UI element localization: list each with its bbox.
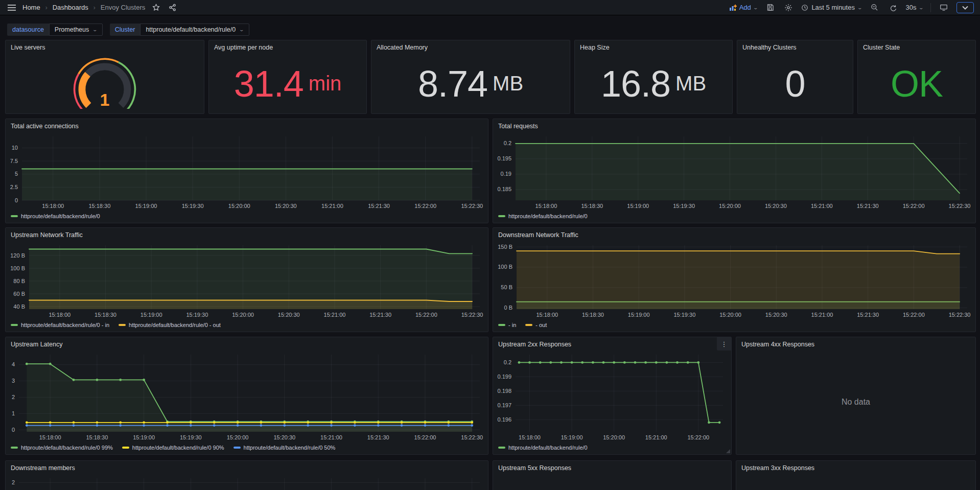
svg-text:15:21:00: 15:21:00 — [324, 312, 346, 318]
svg-text:15:20:00: 15:20:00 — [227, 434, 249, 440]
panel-upstream-4xx-responses: Upstream 4xx Responses No data — [736, 337, 976, 455]
svg-text:15:21:00: 15:21:00 — [320, 434, 342, 440]
svg-text:15:22:30: 15:22:30 — [949, 203, 971, 209]
refresh-icon[interactable] — [887, 2, 898, 13]
save-dashboard-icon[interactable] — [764, 2, 776, 13]
add-panel-button[interactable]: Add⌄ — [730, 4, 758, 11]
panel-upstream-network-traffic: Upstream Network Traffic 40 B60 B80 B100… — [5, 227, 488, 332]
gauge-value: 1 — [100, 89, 110, 108]
panel-title[interactable]: Upstream 5xx Responses — [493, 461, 731, 474]
no-data-plot[interactable]: No data — [736, 351, 975, 453]
refresh-interval-picker[interactable]: 30s⌄ — [905, 4, 923, 11]
panel-resize-handle[interactable] — [726, 449, 730, 453]
legend-label: httproute/default/backend/rule/0 - in — [21, 322, 109, 328]
no-data-label: No data — [736, 351, 975, 453]
bar-chart-plus-icon — [730, 5, 737, 11]
svg-text:15:21:30: 15:21:30 — [367, 434, 389, 440]
svg-text:7.5: 7.5 — [10, 158, 18, 164]
menu-icon[interactable] — [6, 2, 17, 13]
panel-title[interactable]: Total active connections — [6, 119, 488, 132]
legend: httproute/default/backend/rule/0 99%http… — [11, 443, 485, 452]
panel-title[interactable]: Downstream members — [6, 461, 488, 474]
dashboard-variables: datasource Prometheus⌄ Cluster httproute… — [7, 24, 249, 36]
legend-item[interactable]: httproute/default/backend/rule/0 — [11, 213, 100, 219]
panel-title[interactable]: Upstream 2xx Responses — [493, 337, 731, 351]
legend-item[interactable]: httproute/default/backend/rule/0 99% — [11, 445, 113, 451]
panel-title[interactable]: Allocated Memory — [371, 40, 570, 54]
time-series-plot[interactable] — [493, 474, 731, 490]
time-series-plot[interactable] — [736, 474, 975, 490]
svg-text:1: 1 — [12, 410, 15, 416]
panel-title[interactable]: Upstream Network Traffic — [6, 228, 488, 241]
time-series-plot[interactable]: 0.1960.1970.1980.1990.215:18:0015:19:001… — [493, 351, 731, 442]
svg-text:0.2: 0.2 — [504, 359, 511, 365]
legend: httproute/default/backend/rule/0 — [498, 443, 728, 452]
legend-item[interactable]: httproute/default/backend/rule/0 50% — [234, 445, 336, 451]
svg-text:15:19:00: 15:19:00 — [627, 203, 649, 209]
time-series-plot[interactable]: 0.1850.190.1950.215:18:0015:18:3015:19:0… — [493, 132, 975, 211]
panel-live-servers: Live servers 1 — [5, 40, 204, 114]
legend-item[interactable]: httproute/default/backend/rule/0 - out — [119, 322, 221, 328]
time-series-plot[interactable]: 02.557.51015:18:0015:18:3015:19:0015:19:… — [6, 132, 488, 211]
breadcrumb-dashboards[interactable]: Dashboards — [53, 4, 88, 11]
panel-title[interactable]: Total requests — [493, 119, 975, 132]
legend-item[interactable]: httproute/default/backend/rule/0 90% — [122, 445, 224, 451]
panel-downstream-members: Downstream members 215:18:0015:18:3015:1… — [5, 460, 488, 490]
svg-text:15:22:30: 15:22:30 — [461, 434, 483, 440]
svg-text:15:22:00: 15:22:00 — [414, 434, 436, 440]
zoom-out-icon[interactable] — [869, 2, 880, 13]
svg-text:15:19:30: 15:19:30 — [180, 434, 202, 440]
panel-unhealthy-clusters: Unhealthy Clusters 0 — [737, 40, 853, 114]
svg-text:15:22:30: 15:22:30 — [461, 203, 483, 209]
variable-cluster: Cluster httproute/default/backend/rule/0… — [110, 24, 249, 36]
panel-menu-icon[interactable]: ⋮ — [717, 337, 731, 351]
panel-title[interactable]: Downstream Network Traffic — [493, 228, 975, 241]
svg-text:3: 3 — [12, 378, 15, 384]
svg-text:15:18:30: 15:18:30 — [86, 434, 108, 440]
favorite-star-icon[interactable] — [150, 2, 161, 13]
panel-title[interactable]: Upstream Latency — [6, 337, 488, 351]
panel-title[interactable]: Cluster State — [858, 40, 975, 54]
time-series-plot[interactable]: 40 B60 B80 B100 B120 B15:18:0015:18:3015… — [6, 241, 488, 319]
panel-title[interactable]: Unhealthy Clusters — [737, 40, 853, 54]
svg-text:120 B: 120 B — [10, 252, 25, 259]
svg-text:40 B: 40 B — [13, 304, 25, 310]
svg-text:10: 10 — [12, 145, 18, 151]
legend: - in- out — [498, 320, 972, 330]
time-series-plot[interactable]: 0123415:18:0015:18:3015:19:0015:19:3015:… — [6, 351, 488, 442]
panel-cluster-state: Cluster State OK — [857, 40, 976, 114]
panel-title[interactable]: Upstream 4xx Responses — [736, 337, 975, 351]
svg-text:0.199: 0.199 — [497, 374, 511, 380]
svg-text:0: 0 — [15, 197, 18, 203]
svg-text:50 B: 50 B — [501, 284, 512, 290]
variable-cluster-label: Cluster — [110, 24, 141, 36]
legend-item[interactable]: httproute/default/backend/rule/0 — [498, 445, 588, 451]
stat-value: OK — [891, 65, 943, 102]
clock-icon — [801, 4, 808, 11]
time-range-picker[interactable]: Last 5 minutes⌄ — [801, 4, 861, 11]
variable-datasource-value[interactable]: Prometheus⌄ — [49, 24, 103, 36]
panel-title[interactable]: Upstream 3xx Responses — [736, 461, 975, 474]
settings-gear-icon[interactable] — [783, 2, 794, 13]
variable-cluster-value[interactable]: httproute/default/backend/rule/0⌄ — [140, 24, 249, 36]
breadcrumb-home[interactable]: Home — [22, 4, 40, 11]
stat-unit: MB — [493, 72, 523, 95]
legend-label: httproute/default/backend/rule/0 90% — [132, 445, 224, 451]
legend-item[interactable]: - out — [525, 322, 547, 328]
legend-item[interactable]: httproute/default/backend/rule/0 — [498, 213, 588, 219]
panel-title[interactable]: Avg uptime per node — [209, 40, 366, 54]
time-series-plot[interactable]: 0 B50 B100 B150 B15:18:0015:18:3015:19:0… — [493, 241, 975, 319]
svg-text:15:18:00: 15:18:00 — [42, 203, 64, 209]
svg-text:60 B: 60 B — [13, 291, 25, 297]
divider — [930, 3, 931, 12]
tv-mode-icon[interactable] — [938, 2, 949, 13]
kiosk-expand-button[interactable] — [956, 2, 974, 13]
panel-title[interactable]: Heap Size — [575, 40, 732, 54]
legend-item[interactable]: httproute/default/backend/rule/0 - in — [11, 322, 109, 328]
share-icon[interactable] — [167, 2, 178, 13]
legend-item[interactable]: - in — [498, 322, 516, 328]
variable-datasource: datasource Prometheus⌄ — [7, 24, 103, 36]
svg-text:0.185: 0.185 — [497, 186, 511, 192]
time-series-plot[interactable]: 215:18:0015:18:3015:19:0015:19:3015:20:0… — [6, 474, 488, 490]
panel-downstream-network-traffic: Downstream Network Traffic 0 B50 B100 B1… — [493, 227, 976, 332]
